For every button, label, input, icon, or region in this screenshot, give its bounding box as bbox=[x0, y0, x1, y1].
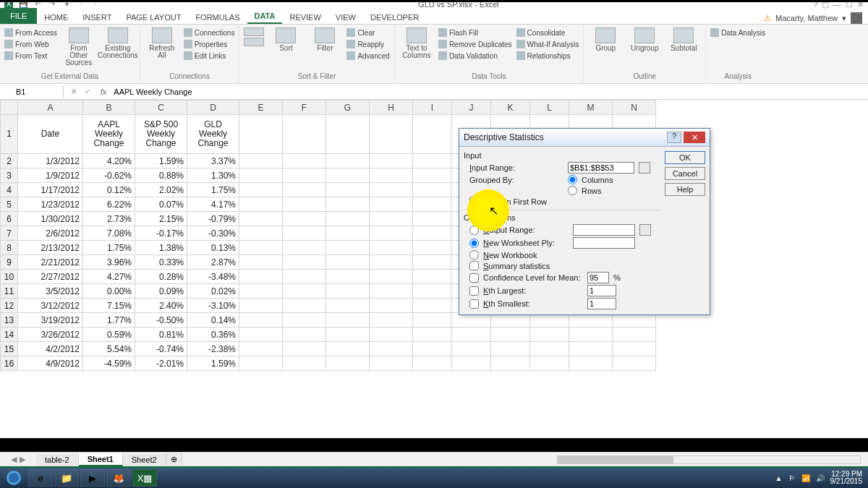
cell[interactable]: 1.77% bbox=[83, 313, 135, 328]
from-text-button[interactable]: From Text bbox=[4, 51, 57, 61]
reapply-button[interactable]: Reapply bbox=[346, 39, 389, 49]
row-header[interactable]: 1 bbox=[1, 115, 18, 154]
data-analysis-button[interactable]: Data Analysis bbox=[710, 27, 765, 38]
cell[interactable] bbox=[283, 342, 326, 356]
sheet-tab-active[interactable]: Sheet1 bbox=[79, 453, 123, 466]
col-header[interactable]: I bbox=[413, 100, 452, 115]
cell[interactable] bbox=[239, 212, 283, 226]
cell[interactable] bbox=[283, 284, 326, 299]
edit-links-button[interactable]: Edit Links bbox=[184, 51, 235, 61]
spreadsheet-grid[interactable]: ABCDEFGHIJKLMN1DateAAPL Weekly ChangeS&P… bbox=[0, 100, 868, 438]
from-other-sources-button[interactable]: From Other Sources bbox=[61, 27, 96, 67]
file-tab[interactable]: FILE bbox=[0, 8, 37, 24]
tray-up-icon[interactable]: ▲ bbox=[775, 474, 783, 482]
cell[interactable]: 4.17% bbox=[187, 197, 239, 212]
from-access-button[interactable]: From Access bbox=[4, 27, 57, 38]
output-range-field[interactable] bbox=[573, 224, 635, 236]
cell[interactable]: -3.10% bbox=[187, 299, 239, 313]
cell[interactable]: 2.40% bbox=[135, 299, 187, 313]
cell[interactable]: 4.27% bbox=[83, 270, 135, 284]
kth-smallest-checkbox[interactable] bbox=[469, 299, 479, 309]
tab-data[interactable]: DATA bbox=[247, 9, 283, 24]
cell[interactable] bbox=[370, 270, 413, 284]
from-web-button[interactable]: From Web bbox=[4, 39, 57, 49]
cell[interactable] bbox=[326, 154, 370, 168]
cell[interactable]: 2.73% bbox=[83, 212, 135, 226]
labels-first-row-checkbox[interactable] bbox=[469, 197, 479, 206]
cell[interactable] bbox=[326, 212, 370, 226]
cell[interactable] bbox=[283, 154, 326, 168]
cell[interactable] bbox=[326, 168, 370, 183]
cell[interactable]: -0.50% bbox=[135, 313, 187, 328]
cell[interactable] bbox=[370, 313, 413, 328]
cell[interactable]: 0.12% bbox=[83, 183, 135, 197]
cell[interactable] bbox=[370, 255, 413, 270]
cell[interactable] bbox=[452, 342, 491, 356]
add-sheet-button[interactable]: ⊕ bbox=[166, 453, 182, 466]
cell[interactable]: 7.15% bbox=[83, 299, 135, 313]
cell[interactable] bbox=[370, 212, 413, 226]
cell[interactable]: 0.14% bbox=[187, 313, 239, 328]
cell[interactable]: 1.75% bbox=[187, 183, 239, 197]
system-tray[interactable]: ▲ 🏳 📶 🔊 12:29 PM 9/21/2015 bbox=[775, 471, 868, 485]
summary-statistics-checkbox[interactable] bbox=[469, 261, 479, 270]
cell[interactable] bbox=[569, 356, 613, 371]
remove-duplicates-button[interactable]: Remove Duplicates bbox=[438, 39, 512, 49]
cell[interactable]: 1.59% bbox=[135, 154, 187, 168]
cell[interactable]: 2/13/2012 bbox=[18, 241, 83, 255]
col-header[interactable]: E bbox=[239, 100, 283, 115]
cell[interactable]: 2/6/2012 bbox=[18, 226, 83, 241]
tab-insert[interactable]: INSERT bbox=[75, 11, 119, 24]
ok-button[interactable]: OK bbox=[665, 151, 705, 164]
cell[interactable]: 0.36% bbox=[187, 328, 239, 342]
start-button[interactable] bbox=[0, 468, 27, 488]
kth-largest-checkbox[interactable] bbox=[469, 286, 479, 296]
tab-view[interactable]: VIEW bbox=[328, 11, 363, 24]
collapse-ribbon-icon[interactable]: ▾ bbox=[842, 14, 846, 23]
cell[interactable]: 0.88% bbox=[135, 168, 187, 183]
row-header[interactable]: 2 bbox=[1, 154, 18, 168]
col-header[interactable]: H bbox=[370, 100, 413, 115]
firefox-icon[interactable]: 🦊 bbox=[106, 469, 131, 487]
cell[interactable] bbox=[283, 313, 326, 328]
row-header[interactable]: 7 bbox=[1, 226, 18, 241]
range-picker-icon[interactable] bbox=[639, 224, 651, 236]
sheet-tab[interactable]: table-2 bbox=[36, 454, 79, 466]
cell[interactable] bbox=[283, 299, 326, 313]
fx-icon[interactable]: fx bbox=[101, 87, 111, 96]
cell[interactable]: 0.07% bbox=[135, 197, 187, 212]
cell[interactable]: 1/23/2012 bbox=[18, 197, 83, 212]
cell[interactable] bbox=[283, 212, 326, 226]
cell[interactable] bbox=[413, 154, 452, 168]
cell[interactable] bbox=[413, 328, 452, 342]
cell[interactable] bbox=[239, 356, 283, 371]
cell[interactable]: 1/30/2012 bbox=[18, 212, 83, 226]
kth-smallest-field[interactable] bbox=[587, 298, 616, 309]
cell[interactable] bbox=[326, 226, 370, 241]
excel-taskbar-icon[interactable]: X▦ bbox=[132, 469, 157, 487]
flash-fill-button[interactable]: Flash Fill bbox=[438, 27, 512, 38]
cell[interactable]: 1/17/2012 bbox=[18, 183, 83, 197]
cell[interactable] bbox=[370, 154, 413, 168]
properties-button[interactable]: Properties bbox=[184, 39, 235, 49]
cell[interactable]: 3/19/2012 bbox=[18, 313, 83, 328]
cell[interactable] bbox=[326, 313, 370, 328]
ungroup-button[interactable]: Ungroup bbox=[627, 27, 662, 52]
cell[interactable]: 7.08% bbox=[83, 226, 135, 241]
cell[interactable] bbox=[239, 255, 283, 270]
sheet-nav[interactable]: ◀ ▶ bbox=[0, 455, 36, 464]
formula-buttons[interactable]: ✕ ✓ bbox=[64, 87, 101, 95]
cell[interactable] bbox=[370, 226, 413, 241]
cell[interactable] bbox=[283, 356, 326, 371]
cell[interactable] bbox=[283, 241, 326, 255]
name-box[interactable]: B1 bbox=[12, 86, 64, 98]
col-header[interactable]: B bbox=[83, 100, 135, 115]
confidence-field[interactable] bbox=[587, 272, 609, 283]
cell[interactable] bbox=[413, 212, 452, 226]
cell[interactable]: 0.28% bbox=[135, 270, 187, 284]
cell[interactable]: 5.54% bbox=[83, 342, 135, 356]
cell[interactable]: 1.75% bbox=[83, 241, 135, 255]
cell[interactable] bbox=[613, 342, 656, 356]
cell[interactable] bbox=[413, 226, 452, 241]
dialog-help-icon[interactable]: ? bbox=[667, 132, 681, 143]
